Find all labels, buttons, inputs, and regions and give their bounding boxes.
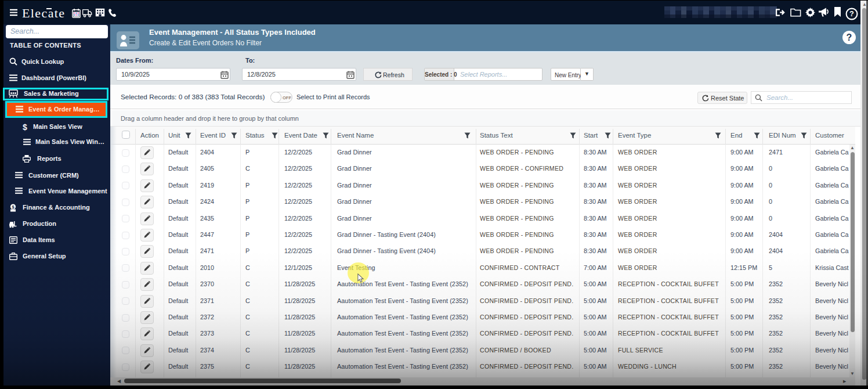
svg-text:?: ? (849, 9, 854, 18)
svg-text:?: ? (847, 33, 852, 42)
